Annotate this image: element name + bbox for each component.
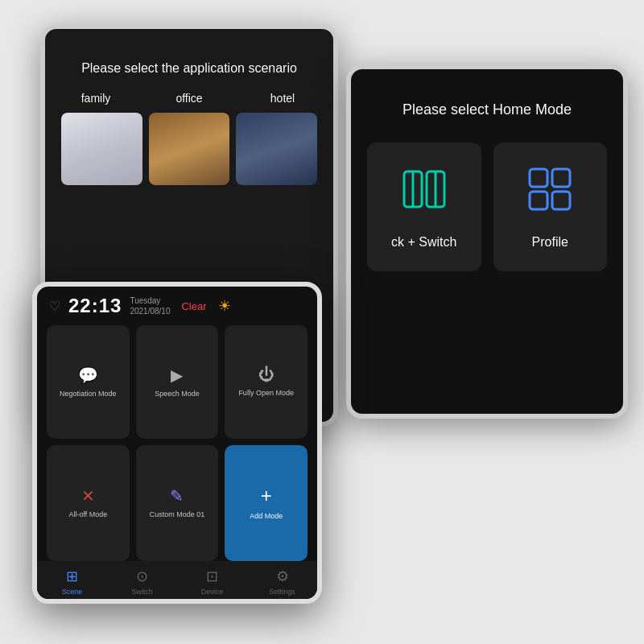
home-mode-grid: ck + Switch Profile (367, 142, 607, 271)
switch-icon (400, 165, 448, 223)
fully-open-mode-label: Fully Open Mode (238, 389, 294, 398)
scenario-images (61, 113, 317, 185)
switch-nav-icon: ⊙ (136, 568, 148, 585)
scenario-label-office: office (155, 92, 224, 105)
home-mode-switch-btn[interactable]: ck + Switch (367, 142, 481, 271)
nav-device[interactable]: ⊡ Device (177, 568, 247, 596)
pencil-icon: ✎ (170, 486, 184, 506)
nav-switch[interactable]: ⊙ Switch (107, 568, 177, 596)
scenario-title: Please select the application scenario (81, 61, 297, 76)
negotiation-mode-label: Negotiation Mode (60, 390, 117, 398)
scenario-labels: family office hotel (61, 92, 317, 105)
scenario-img-family[interactable] (61, 113, 142, 185)
play-icon: ▶ (171, 365, 183, 385)
main-header: ♡ 22:13 Tuesday 2021/08/10 Clear ☀ (37, 287, 317, 325)
profile-icon (526, 165, 574, 223)
scenario-img-office[interactable] (149, 113, 230, 185)
nav-scene[interactable]: ⊞ Scene (37, 568, 107, 596)
scene-icon: ⊞ (66, 568, 78, 585)
switch-mode-label: ck + Switch (391, 235, 456, 250)
scenario-label-family: family (61, 92, 130, 105)
tablet-home-mode: Please select Home Mode ck + Switch (346, 64, 628, 419)
date-label: 2021/08/10 (130, 306, 170, 316)
power-icon: ⏻ (258, 365, 275, 384)
profile-mode-label: Profile (532, 235, 568, 250)
home-mode-title: Please select Home Mode (402, 101, 572, 118)
all-off-mode-label: All-off Mode (68, 510, 107, 519)
date-info: Tuesday 2021/08/10 (130, 295, 170, 316)
svg-rect-6 (530, 192, 547, 209)
sun-icon: ☀ (218, 297, 231, 315)
settings-icon: ⚙ (276, 568, 289, 585)
speech-mode-label: Speech Mode (155, 390, 200, 398)
heart-icon: ♡ (49, 299, 60, 314)
fully-open-mode-btn[interactable]: ⏻ Fully Open Mode (225, 325, 308, 439)
speech-mode-btn[interactable]: ▶ Speech Mode (136, 325, 219, 439)
negotiation-mode-btn[interactable]: 💬 Negotiation Mode (47, 325, 130, 439)
bottom-nav: ⊞ Scene ⊙ Switch ⊡ Device ⚙ Settings (37, 561, 317, 599)
tablet-main: ♡ 22:13 Tuesday 2021/08/10 Clear ☀ 💬 Neg… (32, 282, 322, 604)
scenario-label-hotel: hotel (248, 92, 317, 105)
nav-settings-label: Settings (269, 588, 295, 596)
mode-grid: 💬 Negotiation Mode ▶ Speech Mode ⏻ Fully… (37, 325, 317, 561)
plus-icon: + (261, 485, 272, 507)
custom-mode-btn[interactable]: ✎ Custom Mode 01 (136, 445, 219, 562)
day-label: Tuesday (130, 295, 170, 306)
time-display: 22:13 (68, 295, 122, 317)
svg-rect-5 (552, 169, 570, 187)
custom-mode-label: Custom Mode 01 (150, 510, 205, 519)
add-mode-btn[interactable]: + Add Mode (225, 445, 308, 562)
weather-label: Clear (181, 300, 206, 312)
device-icon: ⊡ (206, 568, 218, 585)
svg-rect-7 (552, 192, 570, 209)
home-mode-profile-btn[interactable]: Profile (493, 142, 608, 271)
x-icon: ✕ (81, 486, 95, 506)
nav-switch-label: Switch (131, 588, 153, 596)
chat-icon: 💬 (78, 365, 98, 385)
scenario-img-hotel[interactable] (236, 113, 317, 185)
svg-rect-4 (530, 169, 547, 187)
nav-settings[interactable]: ⚙ Settings (247, 568, 317, 596)
all-off-mode-btn[interactable]: ✕ All-off Mode (47, 445, 130, 562)
add-mode-label: Add Mode (250, 512, 283, 521)
nav-scene-label: Scene (62, 588, 83, 596)
nav-device-label: Device (201, 588, 224, 596)
